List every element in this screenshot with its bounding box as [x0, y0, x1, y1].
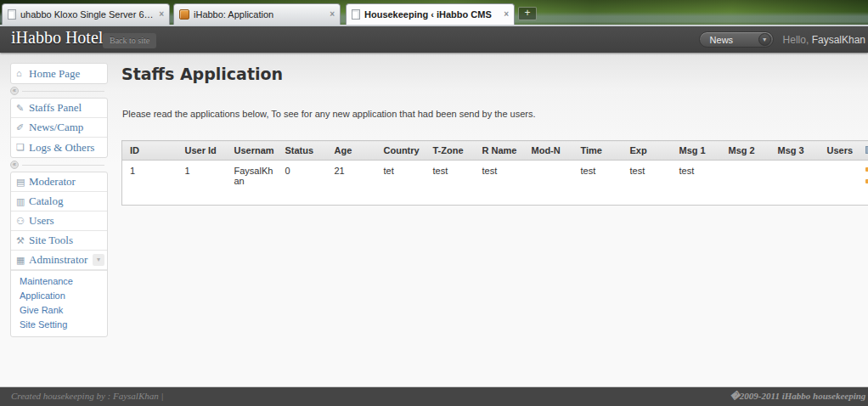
- browser-tab-housekeeping[interactable]: Housekeeping ‹ iHabbo CMS ×: [346, 3, 515, 25]
- footer-credit: Created housekeeping by : FaysalKhan |: [11, 391, 164, 401]
- sidebar-item-site-tools[interactable]: ⚒ Site Tools: [11, 231, 107, 251]
- collapse-icon[interactable]: «: [10, 87, 19, 95]
- col-users: Users: [820, 141, 858, 161]
- sidebar-item-adminstrator[interactable]: ▦ Adminstrator ▾: [11, 251, 107, 270]
- users-icon: ⚇: [16, 217, 29, 226]
- col-id: ID: [122, 141, 178, 161]
- quill-icon: ✎: [16, 104, 29, 113]
- sidebar-subitem-site-setting[interactable]: Site Setting: [11, 318, 107, 332]
- table-header-row: ID User Id Usernam Status Age Country T-…: [122, 141, 868, 161]
- close-icon[interactable]: ×: [330, 10, 335, 19]
- clipped-header-fragment: [865, 146, 868, 154]
- cell-status: 0: [278, 161, 327, 206]
- col-msg3: Msg 3: [770, 141, 820, 161]
- pushpin-icon: ✐: [16, 123, 29, 133]
- cell-username: FaysalKhan: [227, 161, 278, 206]
- home-icon: ⌂: [16, 69, 29, 78]
- cell-rname: test: [475, 161, 524, 206]
- cell-users: [820, 161, 858, 206]
- col-msg2: Msg 2: [721, 141, 770, 161]
- main-content: Staffs Application Please read the appli…: [121, 53, 868, 206]
- cell-msg1: test: [672, 161, 721, 206]
- cell-id: 1: [122, 161, 178, 206]
- sidebar-item-home-page[interactable]: ⌂ Home Page: [11, 64, 107, 83]
- cell-exp: test: [623, 161, 672, 206]
- back-to-site-button[interactable]: Back to site: [103, 33, 156, 48]
- close-icon[interactable]: ×: [159, 10, 164, 19]
- user-greeting: Hello, FaysalKhan: [783, 34, 865, 46]
- col-status: Status: [278, 141, 327, 161]
- cell-actions-clipped[interactable]: [858, 161, 868, 206]
- page-body: ⌂ Home Page « ✎ Staffs Panel ✐ News/Camp…: [0, 53, 868, 386]
- browser-tab-ihabbo-application[interactable]: iHabbo: Application ×: [173, 3, 341, 25]
- cell-user-id: 1: [178, 161, 227, 206]
- sidebar-subitem-application[interactable]: Application: [11, 289, 107, 303]
- sidebar: ⌂ Home Page « ✎ Staffs Panel ✐ News/Camp…: [10, 63, 108, 337]
- sidebar-item-logs-others[interactable]: ❏ Logs & Others: [11, 138, 107, 157]
- news-dropdown-label: News: [710, 35, 734, 45]
- col-tzone: T-Zone: [426, 141, 475, 161]
- window-icon: ▤: [16, 178, 29, 187]
- clipped-icon-fragment: [865, 146, 868, 154]
- book-icon: ▥: [16, 197, 29, 206]
- header-right-cluster: News ▼ Hello, FaysalKhan: [699, 26, 865, 53]
- col-age: Age: [327, 141, 376, 161]
- new-tab-button[interactable]: +: [518, 7, 537, 20]
- col-user-id: User Id: [178, 141, 227, 161]
- sidebar-item-staffs-panel[interactable]: ✎ Staffs Panel: [11, 99, 107, 118]
- col-username: Usernam: [227, 141, 278, 161]
- sidebar-item-moderator[interactable]: ▤ Moderator: [11, 172, 107, 192]
- cell-msg2: [721, 161, 770, 206]
- tools-icon: ⚒: [16, 236, 29, 245]
- col-country: Country: [376, 141, 426, 161]
- tab-title: iHabbo: Application: [194, 9, 325, 20]
- footer: Created housekeeping by : FaysalKhan | �…: [0, 386, 868, 406]
- col-modn: Mod-N: [524, 141, 573, 161]
- speech-bubble-icon: ❏: [16, 143, 29, 152]
- col-actions-clipped: [858, 141, 868, 161]
- cell-country: tet: [376, 161, 426, 206]
- table-row[interactable]: 1 1 FaysalKhan 0 21 tet test test test t…: [122, 161, 868, 206]
- tab-title: uhabbo Kloxo Single Server 6.1.2 Sta...: [20, 9, 155, 20]
- footer-copyright: �2009-2011 iHabbo housekeeping v: [730, 391, 868, 402]
- browser-tab-kloxo[interactable]: uhabbo Kloxo Single Server 6.1.2 Sta... …: [2, 3, 170, 25]
- cell-age: 21: [327, 161, 376, 206]
- cell-modn: [524, 161, 573, 206]
- col-exp: Exp: [623, 141, 672, 161]
- col-rname: R Name: [475, 141, 524, 161]
- cell-tzone: test: [426, 161, 475, 206]
- sidebar-group-staff: ✎ Staffs Panel ✐ News/Camp ❏ Logs & Othe…: [10, 98, 108, 158]
- greeting-prefix: Hello,: [783, 34, 809, 46]
- browser-tab-strip: uhabbo Kloxo Single Server 6.1.2 Sta... …: [0, 0, 868, 26]
- cell-msg3: [770, 161, 820, 206]
- sidebar-subitem-maintenance[interactable]: Maintenance: [11, 274, 107, 289]
- sidebar-subitem-give-rank[interactable]: Give Rank: [11, 303, 107, 318]
- clipped-link-fragment[interactable]: [865, 179, 868, 183]
- sidebar-item-users[interactable]: ⚇ Users: [11, 211, 107, 231]
- sidebar-group-admin: ▤ Moderator ▥ Catalog ⚇ Users ⚒ Site Too…: [10, 172, 108, 337]
- tab-title: Housekeeping ‹ iHabbo CMS: [364, 9, 499, 20]
- chevron-down-icon[interactable]: ▾: [93, 254, 104, 266]
- news-dropdown[interactable]: News ▼: [699, 31, 774, 48]
- page-title: Staffs Application: [121, 65, 868, 83]
- page-icon: [8, 9, 16, 20]
- site-brand: iHabbo Hotel: [11, 28, 103, 48]
- chevron-down-icon[interactable]: ▼: [758, 33, 771, 46]
- greeting-username: FaysalKhan: [812, 34, 865, 46]
- col-time: Time: [573, 141, 623, 161]
- sidebar-item-catalog[interactable]: ▥ Catalog: [11, 192, 107, 211]
- sidebar-item-news-camp[interactable]: ✐ News/Camp: [11, 118, 107, 138]
- col-msg1: Msg 1: [672, 141, 721, 161]
- collapse-icon[interactable]: «: [10, 161, 19, 169]
- close-icon[interactable]: ×: [504, 10, 509, 19]
- sidebar-collapse-divider[interactable]: «: [10, 158, 108, 172]
- adminstrator-submenu: Maintenance Application Give Rank Site S…: [11, 270, 107, 336]
- app-header: iHabbo Hotel Back to site News ▼ Hello, …: [0, 26, 868, 53]
- sidebar-collapse-divider[interactable]: «: [10, 84, 108, 98]
- sidebar-group-home: ⌂ Home Page: [10, 63, 108, 84]
- keypad-icon: ▦: [16, 256, 29, 265]
- page-description: Please read the applications below, To s…: [122, 109, 868, 119]
- page-icon: [352, 9, 360, 20]
- clipped-link-fragment[interactable]: [865, 167, 868, 172]
- cell-time: test: [573, 161, 623, 206]
